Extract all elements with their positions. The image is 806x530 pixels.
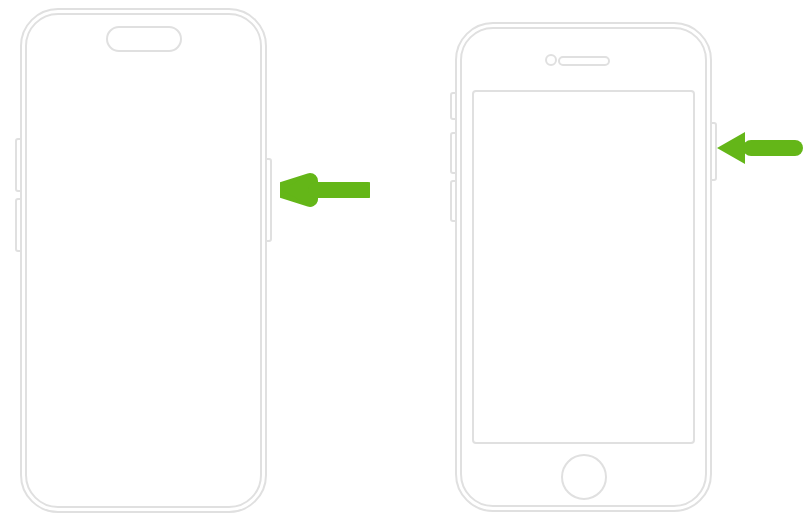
- faceid-iphone-inner-frame: [25, 13, 262, 508]
- arrow-left-icon: [280, 170, 370, 210]
- arrow-to-home-button-side-button: [715, 128, 805, 168]
- svg-rect-0: [308, 182, 368, 198]
- svg-rect-1: [743, 140, 803, 156]
- home-button-iphone-screen: [472, 90, 695, 444]
- arrow-to-faceid-side-button: [280, 170, 370, 210]
- faceid-iphone-dynamic-island: [106, 26, 182, 52]
- home-button-iphone-earpiece: [558, 56, 610, 66]
- home-button-iphone-home-button: [561, 454, 607, 500]
- home-button-iphone-front-camera: [545, 54, 557, 66]
- faceid-iphone: [20, 8, 267, 513]
- home-button-iphone: [455, 22, 712, 512]
- arrow-left-icon: [715, 128, 805, 168]
- diagram-stage: [0, 0, 806, 530]
